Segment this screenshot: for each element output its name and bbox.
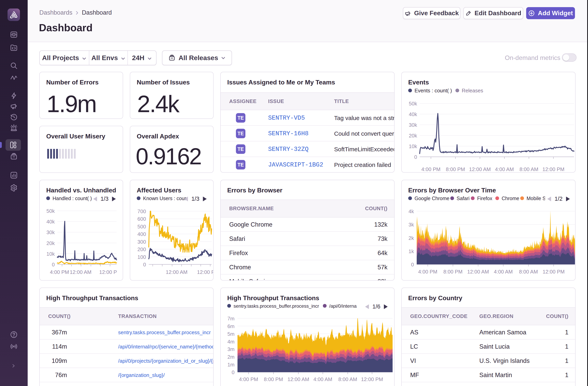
svg-text:8:00 PM: 8:00 PM	[443, 269, 462, 275]
svg-text:5m: 5m	[227, 331, 234, 337]
svg-text:40k: 40k	[409, 111, 417, 117]
svg-text:12:00 AM: 12:00 AM	[288, 376, 309, 382]
svg-text:500: 500	[138, 224, 146, 229]
svg-text:20k: 20k	[409, 133, 417, 139]
svg-text:8:00 AM: 8:00 AM	[519, 166, 538, 172]
svg-text:8:00 AM: 8:00 AM	[519, 269, 538, 275]
svg-text:30k: 30k	[409, 122, 417, 128]
svg-text:8:00 AM: 8:00 AM	[338, 376, 357, 382]
svg-text:4:00 PM: 4:00 PM	[50, 269, 69, 275]
svg-text:40k: 40k	[46, 219, 55, 225]
svg-text:2m: 2m	[227, 354, 234, 360]
svg-text:30k: 30k	[46, 229, 55, 235]
svg-text:1k: 1k	[409, 248, 414, 254]
svg-text:4:00 AM: 4:00 AM	[494, 269, 513, 275]
svg-text:300: 300	[138, 239, 146, 245]
svg-text:4k: 4k	[409, 208, 414, 214]
svg-text:12:00 AM: 12:00 AM	[70, 269, 91, 275]
svg-text:12:00 AM: 12:00 AM	[469, 166, 491, 172]
svg-text:12:00 PM: 12:00 PM	[361, 376, 383, 382]
svg-text:0: 0	[143, 262, 146, 268]
svg-text:4:00 AM: 4:00 AM	[495, 166, 514, 172]
svg-text:400: 400	[138, 231, 146, 237]
svg-text:10k: 10k	[46, 251, 55, 257]
svg-text:200: 200	[138, 246, 146, 252]
svg-text:0: 0	[232, 369, 234, 375]
svg-text:600: 600	[138, 216, 146, 222]
svg-text:10k: 10k	[409, 143, 417, 149]
svg-text:2k: 2k	[409, 235, 414, 241]
svg-text:12:00 PM: 12:00 PM	[543, 269, 565, 275]
svg-text:6m: 6m	[227, 323, 234, 329]
svg-text:50k: 50k	[46, 208, 55, 214]
svg-text:1m: 1m	[227, 362, 234, 368]
svg-text:12:00 AM: 12:00 AM	[467, 269, 489, 275]
svg-text:4m: 4m	[227, 339, 234, 345]
svg-text:4:00 PM: 4:00 PM	[418, 269, 438, 275]
svg-text:0: 0	[411, 262, 414, 268]
svg-text:4:00 PM: 4:00 PM	[421, 166, 441, 172]
svg-text:12:00 AM: 12:00 AM	[166, 269, 188, 275]
svg-text:3m: 3m	[227, 346, 234, 352]
svg-text:100: 100	[138, 254, 146, 260]
svg-text:7m: 7m	[227, 316, 234, 321]
svg-text:20k: 20k	[46, 240, 55, 246]
svg-text:0: 0	[414, 154, 417, 160]
svg-text:12:00 P: 12:00 P	[197, 269, 214, 275]
svg-text:4:00 PM: 4:00 PM	[239, 376, 258, 382]
svg-text:8:00 PM: 8:00 PM	[264, 376, 283, 382]
svg-text:700: 700	[138, 208, 146, 214]
svg-text:50k: 50k	[409, 101, 417, 107]
svg-text:4:00 AM: 4:00 AM	[313, 376, 332, 382]
svg-text:8:00 PM: 8:00 PM	[446, 166, 465, 172]
svg-text:0: 0	[52, 262, 55, 268]
svg-text:12:00 P: 12:00 P	[99, 269, 117, 275]
svg-text:12:00 PM: 12:00 PM	[542, 166, 564, 172]
svg-text:3k: 3k	[409, 222, 414, 227]
